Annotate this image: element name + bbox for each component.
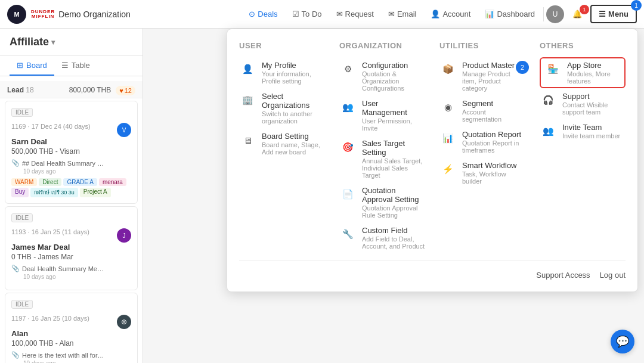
nav-request[interactable]: ✉ Request: [330, 6, 380, 22]
top-navigation: M DUNDER MIFFLIN Demo Organization ⊙ Dea…: [0, 0, 644, 29]
tag-grade-a: GRADE A: [63, 178, 97, 186]
brand-area: DUNDER MIFFLIN Demo Organization: [31, 10, 131, 19]
brand-logo: DUNDER MIFFLIN: [31, 10, 55, 19]
quotation-approval-title: Quotation Approval Setting: [362, 186, 425, 204]
status-badge-idle3: IDLE: [11, 300, 33, 309]
dropdown-col-org: Organization ⚙ Configuration Quotation &…: [339, 41, 425, 253]
status-badge-idle: IDLE: [11, 108, 33, 117]
dropdown-config[interactable]: ⚙ Configuration Quotation & Organization…: [339, 57, 425, 95]
nav-dashboard[interactable]: 📊 Dashboard: [479, 6, 541, 22]
col-title-others: Others: [540, 41, 626, 50]
support-access-link[interactable]: Support Access: [536, 271, 590, 280]
app-store-wrap: 2 🏪 App Store Modules, More features: [540, 57, 626, 88]
nav-email-label: Email: [397, 10, 417, 18]
tag-menara: menara: [99, 178, 126, 186]
dropdown-invite-team[interactable]: 👥 Invite Team Invite team member: [540, 119, 626, 143]
dropdown-board-setting[interactable]: 🖥 Board Setting Board name, Stage, Add n…: [239, 128, 325, 159]
dropdown-custom-field[interactable]: 🔧 Custom Field Add Field to Deal, Accoun…: [339, 222, 425, 253]
like-badge: ♥ 12: [116, 86, 135, 95]
sales-target-text: Sales Target Setting Annual Sales Target…: [362, 139, 425, 179]
product-master-icon: 📦: [439, 61, 456, 77]
dropdown-segment[interactable]: ◉ Segment Account segmentation: [439, 95, 525, 126]
org-icon: 🏢: [239, 92, 256, 108]
dropdown-product-master[interactable]: 📦 Product Master Manage Product item, Pr…: [439, 57, 525, 95]
deal-avatar: V: [117, 123, 131, 137]
nav-account[interactable]: 👤 Account: [425, 6, 476, 22]
dropdown-smart-workflow[interactable]: ⚡ Smart Workflow Task, Workflow builder: [439, 157, 525, 188]
dropdown-user-mgmt[interactable]: 👥 User Management User Permission, Invit…: [339, 95, 425, 135]
deal-id-date3: 1197 · 16 Jan 25 (10 days): [11, 315, 89, 322]
support-icon: 🎧: [540, 92, 556, 108]
quotation-report-icon: 📊: [439, 130, 456, 147]
tab-table[interactable]: ☰ Table: [54, 56, 97, 76]
menu-button-wrap: ☰ Menu 1: [590, 5, 637, 23]
dropdown-support[interactable]: 🎧 Support Contact Wisible support team: [540, 88, 626, 119]
nav-email[interactable]: ✉ Email: [382, 6, 423, 22]
brand-line2: MIFFLIN: [32, 14, 55, 19]
profile-desc: Your information, Profile setting: [262, 70, 325, 85]
dropdown-footer: Support Access Log out: [239, 260, 626, 280]
user-mgmt-title: User Management: [362, 99, 425, 117]
todo-icon: ☑: [292, 10, 299, 18]
activity-text3: Here is the text with all formatting a..…: [22, 352, 106, 359]
dropdown-col-others: Others 2 🏪 App Store Modules, More featu…: [540, 41, 626, 253]
menu-step-badge: 1: [631, 0, 642, 11]
tab-board[interactable]: ⊞ Board: [10, 56, 54, 76]
activity-time-sarn: 10 days ago: [23, 168, 131, 175]
file-icon2: 📎: [11, 265, 20, 272]
nav-todo[interactable]: ☑ To Do: [286, 6, 328, 22]
segment-icon: ◉: [439, 99, 456, 116]
file-icon3: 📎: [11, 351, 20, 359]
nav-request-label: Request: [345, 10, 374, 18]
dropdown-my-profile[interactable]: 👤 My Profile Your information, Profile s…: [239, 57, 325, 88]
user-mgmt-desc: User Permission, Invite: [362, 117, 425, 132]
deal-tags-sarn: WARM Direct GRADE A menara Buy กฝรักษ์ เ…: [11, 178, 131, 197]
col-title-utilities: Utilities: [439, 41, 525, 50]
nav-dashboard-label: Dashboard: [497, 10, 535, 18]
config-desc: Quotation & Organization Configurations: [362, 70, 425, 92]
app-store-title: App Store: [567, 61, 621, 70]
deal-card-top3: 1197 · 16 Jan 25 (10 days) ⊛: [11, 315, 131, 329]
quotation-report-title: Quotation Report: [462, 130, 525, 139]
dropdown-menu: User 👤 My Profile Your information, Prof…: [227, 29, 638, 292]
sidebar: Affiliate ▾ ⊞ Board ☰ Table Lead 18 800,…: [0, 29, 143, 363]
org-desc: Switch to another organization: [262, 110, 325, 125]
quotation-report-text: Quotation Report Quotation Report in tim…: [462, 130, 525, 154]
menu-button[interactable]: ☰ Menu: [590, 5, 637, 23]
main-layout: Affiliate ▾ ⊞ Board ☰ Table Lead 18 800,…: [0, 29, 644, 363]
product-master-desc: Manage Product item, Product category: [462, 70, 525, 92]
custom-field-title: Custom Field: [362, 226, 425, 235]
dashboard-icon: 📊: [485, 10, 494, 18]
deal-card-james[interactable]: IDLE 1193 · 16 Jan 25 (11 days) J James …: [5, 206, 138, 290]
chevron-down-icon[interactable]: ▾: [51, 38, 55, 46]
board-icon: ⊞: [17, 61, 23, 70]
tag-direct: Direct: [39, 178, 61, 186]
dropdown-quotation-report[interactable]: 📊 Quotation Report Quotation Report in t…: [439, 126, 525, 157]
quotation-approval-desc: Quotation Approval Rule Setting: [362, 204, 425, 219]
support-desc: Contact Wisible support team: [562, 101, 626, 116]
dropdown-quotation-approval[interactable]: 📄 Quotation Approval Setting Quotation A…: [339, 182, 425, 222]
nav-items: ⊙ Deals ☑ To Do ✉ Request ✉ Email 👤 Acco…: [243, 5, 637, 23]
notification-bell[interactable]: 🔔 1: [566, 6, 588, 22]
user-avatar[interactable]: U: [546, 5, 564, 23]
col-title-org: Organization: [339, 41, 425, 50]
logout-link[interactable]: Log out: [600, 271, 626, 280]
hamburger-icon: ☰: [599, 10, 606, 18]
nav-deals[interactable]: ⊙ Deals: [243, 6, 283, 22]
dropdown-select-org[interactable]: 🏢 Select Organizations Switch to another…: [239, 88, 325, 128]
nav-account-label: Account: [442, 10, 470, 18]
dropdown-sales-target[interactable]: 🎯 Sales Target Setting Annual Sales Targ…: [339, 135, 425, 182]
custom-field-text: Custom Field Add Field to Deal, Account,…: [362, 226, 425, 250]
deal-name-james: James Mar Deal: [11, 243, 131, 252]
nav-deals-label: Deals: [258, 10, 277, 18]
org-title: Select Organizations: [262, 92, 325, 110]
activity-text: ## Deal Health Summary ### Meet...: [22, 160, 106, 167]
lead-section-title: Lead 18: [7, 86, 69, 95]
chat-button[interactable]: 💬: [611, 330, 634, 353]
tag-thai: กฝรักษ์ เปรี 30 3u: [30, 188, 78, 197]
deal-card-alan[interactable]: IDLE 1197 · 16 Jan 25 (10 days) ⊛ Alan 1…: [5, 293, 138, 363]
status-badge-idle2: IDLE: [11, 213, 33, 222]
dropdown-app-store[interactable]: 🏪 App Store Modules, More features: [540, 57, 626, 88]
segment-desc: Account segmentation: [462, 108, 525, 123]
deal-card-sarn[interactable]: IDLE 1169 · 17 Dec 24 (40 days) V Sarn D…: [5, 101, 138, 204]
